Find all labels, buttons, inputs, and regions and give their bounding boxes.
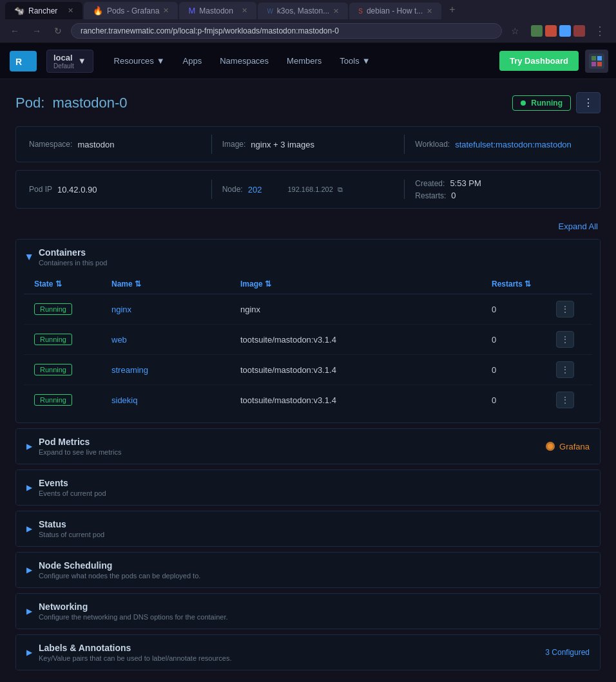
- expand-all-button[interactable]: Expand All: [15, 216, 601, 236]
- container-link-nginx[interactable]: nginx: [111, 305, 131, 314]
- nav-tools-chevron: ▼: [362, 56, 371, 66]
- col-name[interactable]: Name ⇅: [111, 279, 240, 289]
- restarts-value: 0: [451, 191, 456, 200]
- cluster-default: Default: [53, 62, 74, 70]
- nav-tools[interactable]: Tools ▼: [332, 52, 378, 70]
- tab-mastodon[interactable]: M Mastodon ✕: [179, 2, 256, 19]
- row-image-nginx: nginx: [240, 305, 492, 314]
- cluster-info: local Default: [53, 53, 74, 70]
- restarts-label: Restarts:: [415, 191, 446, 200]
- pod-metrics-section: ▶ Pod Metrics Expand to see live metrics…: [15, 428, 601, 464]
- info-divider-1: [211, 135, 212, 154]
- info-divider-2: [404, 135, 405, 154]
- status-indicator: [521, 100, 526, 106]
- row-menu-button-streaming[interactable]: ⋮: [556, 361, 574, 378]
- pod-info-panel-1: Namespace: mastodon Image: nginx + 3 ima…: [15, 126, 601, 162]
- row-menu-nginx[interactable]: ⋮: [556, 301, 582, 317]
- grafana-link[interactable]: Grafana: [545, 441, 590, 451]
- row-menu-button-web[interactable]: ⋮: [556, 331, 574, 348]
- svg-rect-4: [597, 56, 602, 61]
- col-actions: [556, 279, 582, 289]
- nav-members[interactable]: Members: [279, 52, 329, 70]
- container-link-streaming[interactable]: streaming: [111, 365, 148, 375]
- tab-rancher[interactable]: 🐄 Rancher ✕: [5, 2, 82, 19]
- tab-close-debian[interactable]: ✕: [427, 7, 432, 15]
- tab-close-rancher[interactable]: ✕: [68, 6, 73, 15]
- node-cell: Node: 202 192.168.1.202 ⧉: [222, 185, 394, 194]
- app-logo[interactable]: R: [8, 46, 39, 77]
- tab-close-grafana[interactable]: ✕: [163, 6, 169, 15]
- row-image-streaming: tootsuite/mastodon:v3.1.4: [240, 365, 492, 375]
- try-dashboard-button[interactable]: Try Dashboard: [499, 51, 579, 71]
- copy-icon[interactable]: ⧉: [338, 185, 343, 193]
- cluster-selector[interactable]: local Default ▼: [46, 50, 93, 73]
- node-ip: 192.168.1.202 ⧉: [287, 185, 342, 194]
- events-title: Events: [39, 478, 106, 488]
- row-image-web: tootsuite/mastodon:v3.1.4: [240, 335, 492, 345]
- avatar-icon: [589, 53, 604, 69]
- events-header[interactable]: ▶ Events Events of current pod: [16, 470, 600, 505]
- tab-favicon-rancher: 🐄: [14, 6, 24, 15]
- nav-apps[interactable]: Apps: [175, 52, 210, 70]
- node-value[interactable]: 202: [248, 185, 262, 194]
- info-row-2: Pod IP 10.42.0.90 Node: 202 192.168.1.20…: [16, 171, 600, 208]
- title-actions: Running ⋮: [512, 92, 601, 113]
- tab-close-mastodon[interactable]: ✕: [242, 6, 247, 15]
- address-input[interactable]: [71, 23, 502, 39]
- created-info: Created: 5:53 PM Restarts: 0: [415, 178, 481, 200]
- tab-label-rancher: Rancher: [28, 6, 57, 15]
- logo-image: R: [10, 51, 37, 71]
- node-scheduling-header[interactable]: ▶ Node Scheduling Configure what nodes t…: [16, 553, 600, 587]
- networking-header-text: Networking Configure the networking and …: [39, 601, 228, 621]
- more-button[interactable]: ⋮: [590, 23, 610, 39]
- tab-debian[interactable]: S debian - How t... ✕: [349, 3, 441, 19]
- row-menu-button-nginx[interactable]: ⋮: [556, 301, 574, 317]
- user-avatar[interactable]: [585, 50, 608, 73]
- container-link-web[interactable]: web: [111, 335, 127, 345]
- actions-menu-button[interactable]: ⋮: [576, 92, 601, 113]
- tab-favicon-mastodon: M: [188, 6, 195, 15]
- namespace-cell: Namespace: mastodon: [29, 140, 201, 149]
- running-badge-sidekiq: Running: [34, 394, 72, 406]
- status-badge: Running: [512, 95, 571, 111]
- row-menu-button-sidekiq[interactable]: ⋮: [556, 392, 574, 408]
- tab-k3os[interactable]: W k3os, Maston... ✕: [258, 3, 348, 19]
- namespace-value: mastodon: [77, 140, 114, 149]
- status-header[interactable]: ▶ Status Status of current pod: [16, 511, 600, 546]
- labels-annotations-chevron: ▶: [26, 648, 32, 657]
- new-tab-button[interactable]: +: [443, 0, 461, 19]
- node-scheduling-section: ▶ Node Scheduling Configure what nodes t…: [15, 552, 601, 588]
- containers-section-header[interactable]: ▶ Containers Containers in this pod: [16, 240, 600, 274]
- nav-namespaces[interactable]: Namespaces: [212, 52, 276, 70]
- status-header-text: Status Status of current pod: [39, 519, 104, 538]
- row-name-web: web: [111, 335, 240, 345]
- labels-annotations-header[interactable]: ▶ Labels & Annotations Key/Value pairs t…: [16, 635, 600, 670]
- address-bar: ← → ↻ ☆ ⋮: [0, 19, 616, 43]
- networking-header[interactable]: ▶ Networking Configure the networking an…: [16, 594, 600, 629]
- row-menu-sidekiq[interactable]: ⋮: [556, 392, 582, 408]
- col-image[interactable]: Image ⇅: [240, 279, 492, 289]
- col-state[interactable]: State ⇅: [34, 279, 111, 289]
- node-scheduling-chevron: ▶: [26, 565, 32, 574]
- info-divider-3: [211, 180, 212, 199]
- main-content: Pod: mastodon-0 Running ⋮ Namespace: mas…: [0, 79, 616, 682]
- bookmark-button[interactable]: ☆: [507, 24, 523, 37]
- containers-title: Containers: [39, 247, 107, 258]
- forward-button[interactable]: →: [28, 24, 45, 37]
- workload-link[interactable]: statefulset:mastodon:mastodon: [455, 140, 572, 149]
- pod-metrics-header[interactable]: ▶ Pod Metrics Expand to see live metrics…: [16, 429, 600, 464]
- table-row: Running streaming tootsuite/mastodon:v3.…: [24, 355, 592, 385]
- node-scheduling-header-text: Node Scheduling Configure what nodes the…: [39, 560, 200, 580]
- containers-chevron: ▶: [25, 254, 34, 260]
- tab-close-k3os[interactable]: ✕: [333, 7, 339, 15]
- col-restarts[interactable]: Restarts ⇅: [492, 279, 556, 289]
- nav-resources-label: Resources: [114, 56, 154, 66]
- tab-grafana[interactable]: 🔥 Pods - Grafana ✕: [84, 2, 178, 19]
- back-button[interactable]: ←: [6, 24, 23, 37]
- row-menu-streaming[interactable]: ⋮: [556, 361, 582, 378]
- refresh-button[interactable]: ↻: [50, 24, 66, 37]
- nav-resources[interactable]: Resources ▼: [106, 52, 173, 70]
- tab-label-debian: debian - How t...: [367, 6, 423, 15]
- container-link-sidekiq[interactable]: sidekiq: [111, 395, 137, 405]
- row-menu-web[interactable]: ⋮: [556, 331, 582, 348]
